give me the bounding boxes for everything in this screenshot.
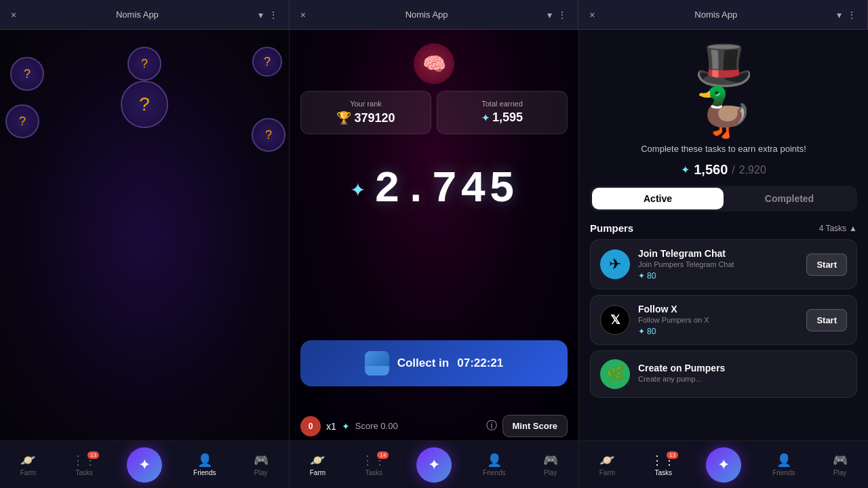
p2-nav-tasks[interactable]: ⋮⋮ 14 Tasks: [360, 453, 387, 476]
points-max: 2,920: [739, 164, 766, 176]
p2-nav-friends[interactable]: 👤 Friends: [481, 453, 508, 476]
p2-nav-play-label: Play: [544, 469, 557, 476]
info-button[interactable]: ⓘ: [486, 419, 497, 433]
earned-label: Total earned: [446, 100, 559, 108]
p3-nav-home[interactable]: ✦: [706, 447, 741, 483]
panel-farm: 🧠 Your rank 🏆 379120 Total earned ✦ 1,59…: [290, 30, 579, 488]
tab-3-arrow[interactable]: ▾: [837, 9, 842, 20]
gem-dot-icon: ✦: [342, 421, 350, 432]
p3-nav-friends-label: Friends: [772, 469, 795, 476]
collect-time: 07:22:21: [457, 357, 503, 370]
panel3-bottom-nav: 🪐 Farm ⋮⋮ 13 Tasks ✦ 👤 Friends 🎮 Play: [579, 441, 868, 488]
network-node-center: ?: [121, 81, 168, 128]
task-x-info: Follow X Follow Pumpers on X ✦ 80: [638, 304, 798, 336]
tab-2-title: Nomis App: [311, 9, 542, 20]
p2-nav-farm[interactable]: 🪐 Farm: [304, 453, 331, 476]
telegram-task-sub: Join Pumpers Telegram Chat: [638, 260, 798, 268]
score-bottom-bar: 0 x1 ✦ Score 0.00 ⓘ Mint Score: [300, 415, 568, 437]
x-reward-gem-icon: ✦: [638, 327, 645, 336]
p2-home-icon: ✦: [428, 456, 440, 474]
p1-nav-farm-label: Farm: [20, 469, 36, 476]
tab-completed[interactable]: Completed: [724, 188, 855, 209]
collect-label: Collect in: [397, 357, 450, 370]
tab-2-close[interactable]: ×: [300, 9, 306, 20]
network-node-1: ?: [10, 57, 44, 91]
x-icon: 𝕏: [600, 305, 630, 335]
tab-3-title: Nomis App: [601, 9, 831, 20]
p3-nav-farm-label: Farm: [599, 469, 615, 476]
p1-nav-friends[interactable]: 👤 Friends: [191, 453, 218, 476]
x-start-button[interactable]: Start: [806, 309, 847, 331]
score-number: 2.745: [374, 165, 517, 214]
rank-label: Your rank: [309, 100, 422, 108]
tab-3-dots[interactable]: ⋮: [847, 9, 856, 20]
collect-button[interactable]: Collect in 07:22:21: [300, 340, 568, 386]
x-task-sub: Follow Pumpers on X: [638, 316, 798, 324]
browser-tab-1[interactable]: × Nomis App ▾ ⋮: [0, 0, 290, 29]
p1-home-icon: ✦: [138, 456, 151, 474]
task-tabs: Active Completed: [590, 186, 857, 211]
panel-farm-content: 🧠 Your rank 🏆 379120 Total earned ✦ 1,59…: [290, 30, 578, 441]
p1-nav-farm[interactable]: 🪐 Farm: [14, 453, 41, 476]
p3-nav-play[interactable]: 🎮 Play: [827, 453, 854, 476]
panel1-bottom-nav: 🪐 Farm ⋮⋮ 13 Tasks ✦ 👤 Friends 🎮 Play: [0, 441, 289, 488]
p3-farm-icon: 🪐: [599, 453, 614, 468]
tab-active[interactable]: Active: [592, 188, 724, 209]
tab-1-close[interactable]: ×: [11, 9, 16, 20]
chevron-up-icon[interactable]: ▲: [849, 224, 857, 233]
p1-play-icon: 🎮: [254, 453, 269, 468]
reward-gem-icon: ✦: [638, 271, 645, 281]
create-task-sub: Create any pump...: [638, 375, 847, 383]
network-node-2: ?: [127, 47, 161, 81]
section-tasks-count: 4 Tasks: [819, 224, 846, 233]
p1-nav-tasks[interactable]: ⋮⋮ 13 Tasks: [71, 453, 98, 476]
points-row: ✦ 1,560 / 2,920: [579, 159, 868, 186]
p3-nav-farm[interactable]: 🪐 Farm: [593, 453, 620, 476]
score-star-icon: ✦: [350, 179, 366, 201]
telegram-start-button[interactable]: Start: [806, 253, 847, 276]
tab-2-arrow[interactable]: ▾: [547, 9, 552, 20]
panel-friends: ? ? ? ? ? ? 0 Add Friends and Earn on Th…: [0, 30, 290, 488]
p2-nav-play[interactable]: 🎮 Play: [537, 453, 564, 476]
p1-nav-tasks-label: Tasks: [75, 469, 93, 476]
tab-2-dots[interactable]: ⋮: [557, 9, 567, 20]
p3-nav-friends[interactable]: 👤 Friends: [770, 453, 797, 476]
p1-nav-home[interactable]: ✦: [127, 447, 162, 483]
browser-tab-3[interactable]: × Nomis App ▾ ⋮: [578, 0, 868, 29]
telegram-task-reward: ✦ 80: [638, 271, 798, 281]
network-node-4: ?: [5, 104, 39, 138]
rank-box: Your rank 🏆 379120: [300, 91, 431, 134]
earned-value: ✦ 1,595: [446, 110, 559, 125]
multiplier-badge: 0: [300, 416, 321, 436]
points-total: /: [732, 164, 734, 176]
tab-1-title: Nomis App: [22, 9, 252, 20]
p1-nav-play[interactable]: 🎮 Play: [248, 453, 275, 476]
task-create-info: Create on Pumpers Create any pump...: [638, 363, 847, 386]
brain-icon: 🧠: [414, 43, 454, 84]
panel-friends-content: ? ? ? ? ? ? 0 Add Friends and Earn on Th…: [0, 30, 289, 441]
panel-tasks: 🎩🦆 Complete these tasks to earn extra po…: [579, 30, 868, 488]
task-telegram: ✈ Join Telegram Chat Join Pumpers Telegr…: [590, 239, 857, 289]
trophy-icon: 🏆: [336, 110, 351, 125]
tab-3-close[interactable]: ×: [589, 9, 595, 20]
network-node-5: ?: [252, 118, 285, 152]
friends-network: ? ? ? ? ? ?: [0, 37, 289, 172]
p3-nav-play-label: Play: [833, 469, 846, 476]
browser-tab-2[interactable]: × Nomis App ▾ ⋮: [290, 0, 579, 29]
p2-nav-home[interactable]: ✦: [416, 447, 452, 483]
x-task-name: Follow X: [638, 304, 798, 314]
pumpers-section-header: Pumpers 4 Tasks ▲: [579, 220, 868, 239]
friends-icon: 👤: [197, 453, 212, 468]
mint-score-button[interactable]: Mint Score: [502, 415, 568, 437]
telegram-task-name: Join Telegram Chat: [638, 248, 798, 259]
task-create: 🌿 Create on Pumpers Create any pump...: [590, 350, 857, 398]
p3-tasks-badge: 13: [667, 451, 678, 459]
x-multiplier: x1: [326, 421, 336, 432]
tab-1-arrow[interactable]: ▾: [258, 9, 263, 20]
earned-box: Total earned ✦ 1,595: [437, 91, 568, 134]
tab-1-dots[interactable]: ⋮: [269, 9, 278, 20]
p1-nav-friends-label: Friends: [193, 469, 216, 476]
stats-row: Your rank 🏆 379120 Total earned ✦ 1,595: [300, 91, 568, 134]
create-task-name: Create on Pumpers: [638, 363, 847, 373]
p3-nav-tasks[interactable]: ⋮⋮ 13 Tasks: [650, 453, 677, 476]
